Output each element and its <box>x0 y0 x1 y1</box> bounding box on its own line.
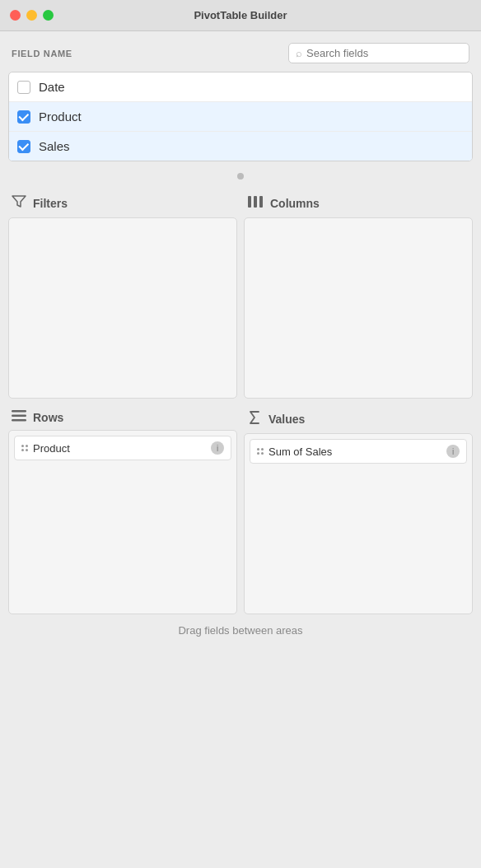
resize-dot <box>237 173 244 180</box>
checkbox-sales[interactable] <box>17 140 30 153</box>
field-label-sales: Sales <box>39 139 70 153</box>
bottom-tip-text: Drag fields between areas <box>178 624 302 637</box>
filters-header: Filters <box>8 189 237 217</box>
rows-zone: Rows Product i <box>8 405 237 614</box>
sigma-icon <box>247 410 262 428</box>
search-input[interactable] <box>306 47 462 59</box>
svg-rect-4 <box>12 415 26 418</box>
columns-body[interactable] <box>244 217 473 399</box>
header-row: FIELD NAME ⌕ <box>8 43 473 63</box>
columns-icon <box>247 194 264 212</box>
field-list: Date Product Sales <box>8 72 473 161</box>
window-controls[interactable] <box>10 10 54 21</box>
rows-values-row: Rows Product i <box>8 405 473 614</box>
drag-handle-dots-product <box>21 445 28 451</box>
values-entry-sum-sales-info[interactable]: i <box>446 445 460 458</box>
svg-rect-5 <box>12 419 26 422</box>
filters-zone: Filters <box>8 189 237 399</box>
rows-icon <box>12 410 26 425</box>
svg-rect-3 <box>12 410 26 413</box>
svg-rect-0 <box>248 196 251 208</box>
minimize-button[interactable] <box>26 10 37 21</box>
values-body[interactable]: Sum of Sales i <box>244 433 473 614</box>
rows-entry-product-left: Product <box>21 442 70 455</box>
svg-rect-1 <box>254 196 257 208</box>
field-item-sales[interactable]: Sales <box>9 132 472 161</box>
rows-body[interactable]: Product i <box>8 430 237 614</box>
values-zone: Values Sum of Sales i <box>244 405 473 614</box>
bottom-tip: Drag fields between areas <box>8 614 473 642</box>
values-entry-sum-sales[interactable]: Sum of Sales i <box>250 439 467 464</box>
checkbox-product[interactable] <box>17 110 30 124</box>
drag-handle-dots-sum-sales <box>257 448 264 455</box>
rows-header: Rows <box>8 405 237 430</box>
search-box[interactable]: ⌕ <box>288 43 469 63</box>
close-button[interactable] <box>10 10 21 21</box>
rows-entry-product[interactable]: Product i <box>14 436 231 460</box>
filters-body[interactable] <box>8 217 237 399</box>
resize-handle[interactable] <box>8 173 473 180</box>
columns-label: Columns <box>270 197 320 210</box>
columns-zone: Columns <box>244 189 473 399</box>
svg-rect-2 <box>259 196 263 208</box>
field-name-label: FIELD NAME <box>12 49 72 58</box>
search-icon: ⌕ <box>296 47 302 59</box>
field-item-date[interactable]: Date <box>9 72 472 102</box>
values-entry-sum-sales-left: Sum of Sales <box>257 446 332 458</box>
field-label-date: Date <box>39 80 65 94</box>
filter-icon <box>12 194 26 212</box>
values-header: Values <box>244 405 473 433</box>
rows-label: Rows <box>33 411 63 424</box>
title-bar: PivotTable Builder <box>0 0 481 31</box>
rows-entry-product-label: Product <box>33 442 70 455</box>
maximize-button[interactable] <box>43 10 54 21</box>
field-label-product: Product <box>39 110 82 124</box>
values-entry-sum-sales-label: Sum of Sales <box>269 446 332 458</box>
filters-columns-row: Filters Columns <box>8 189 473 399</box>
rows-entry-product-info[interactable]: i <box>211 441 224 455</box>
filters-label: Filters <box>33 197 68 210</box>
columns-header: Columns <box>244 189 473 217</box>
values-label: Values <box>269 413 305 426</box>
checkbox-date[interactable] <box>17 81 30 94</box>
main-panel: FIELD NAME ⌕ Date Product Sales <box>0 31 481 650</box>
field-item-product[interactable]: Product <box>9 102 472 132</box>
window-title: PivotTable Builder <box>194 9 287 21</box>
